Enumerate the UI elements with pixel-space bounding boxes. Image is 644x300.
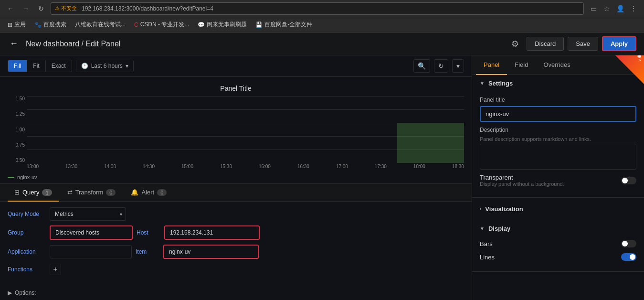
back-nav-btn[interactable]: ← — [5, 3, 16, 14]
bottom-tabs: ⊞ Query 1 ⇄ Transform 0 🔔 Alert 0 — [0, 183, 472, 300]
settings-section-header[interactable]: ▼ Settings — [472, 75, 644, 92]
x-label-1600: 16:00 — [259, 164, 271, 169]
nav-actions: ⚙ Discard Save Apply — [507, 36, 636, 51]
url-bar[interactable]: ⚠ 不安全 | 192.168.234.132:3000/dashboard/n… — [51, 2, 584, 15]
chart-legend: nginx-uv — [8, 174, 464, 180]
group-input[interactable] — [50, 225, 133, 240]
profile-icon[interactable]: 👤 — [614, 3, 626, 14]
refresh-chart-button[interactable]: ↻ — [434, 59, 448, 73]
y-label-125: 1.25 — [16, 111, 25, 117]
csdn-icon: C — [134, 21, 138, 28]
bookmark-xian[interactable]: 💬 闲来无事刷刷题 — [194, 19, 251, 30]
application-item-row: Application Item — [8, 245, 464, 259]
functions-label: Functions — [8, 266, 46, 273]
group-label: Group — [8, 229, 46, 236]
display-section-content: Bars Lines — [472, 237, 644, 269]
tab-alert[interactable]: 🔔 Alert 0 — [124, 184, 173, 202]
netdisk-icon: 💾 — [255, 21, 263, 28]
legend-color-nginx — [8, 177, 14, 178]
description-textarea[interactable] — [480, 144, 636, 170]
chart-area: Panel Title 1.50 1.25 1.00 0.75 0.50 — [0, 77, 472, 183]
bookmark-csdn[interactable]: C CSDN - 专业开发... — [130, 19, 193, 30]
forward-nav-btn[interactable]: → — [20, 3, 32, 14]
application-input[interactable] — [50, 245, 132, 258]
cast-icon[interactable]: ▭ — [588, 3, 599, 14]
legend-label-nginx: nginx-uv — [17, 174, 37, 180]
bookmark-bawei[interactable]: 八维教育在线考试... — [71, 19, 129, 30]
bookmark-apps[interactable]: ⊞ 应用 — [4, 19, 30, 30]
x-label-1330: 13:30 — [65, 164, 77, 169]
bookmark-baidunetdisk[interactable]: 💾 百度网盘-全部文件 — [252, 19, 316, 30]
fill-button[interactable]: Fill — [8, 60, 27, 72]
chevron-down-icon: ▾ — [126, 63, 128, 69]
save-button[interactable]: Save — [568, 37, 598, 51]
transparent-toggle[interactable] — [621, 177, 636, 184]
query-editor: Query Mode Metrics Group Host Ap — [0, 202, 472, 286]
url-text: 192.168.234.132:3000/dashboard/new?editP… — [82, 5, 213, 12]
settings-section-content: Panel title Description Panel descriptio… — [472, 96, 644, 195]
display-chevron-icon: ▼ — [480, 226, 485, 231]
visualization-section-header[interactable]: › Visualization — [480, 203, 636, 215]
chart-x-axis: 13:00 13:30 14:00 14:30 15:00 15:30 16:0… — [27, 164, 464, 172]
display-section: ▼ Display Bars Lines — [472, 220, 644, 272]
x-label-1530: 15:30 — [220, 164, 232, 169]
security-warning: ⚠ 不安全 | — [55, 5, 80, 12]
x-label-1700: 17:00 — [336, 164, 348, 169]
editor-panel: Fill Fit Exact 🕐 Last 6 hours ▾ 🔍 ↻ ▾ Pa… — [0, 55, 472, 300]
application-label: Application — [8, 248, 46, 255]
panel-title-input[interactable] — [480, 106, 636, 122]
main-layout: Fill Fit Exact 🕐 Last 6 hours ▾ 🔍 ↻ ▾ Pa… — [0, 55, 644, 300]
transform-badge: 0 — [106, 189, 116, 196]
add-function-button[interactable]: + — [50, 264, 61, 275]
time-range-picker[interactable]: 🕐 Last 6 hours ▾ — [76, 60, 134, 72]
top-nav: ← New dashboard / Edit Panel ⚙ Discard S… — [0, 32, 644, 55]
zoom-out-button[interactable]: 🔍 — [413, 59, 430, 73]
transparent-toggle-row: Transparent Display panel without a back… — [480, 171, 636, 190]
apps-icon: ⊞ — [8, 21, 12, 28]
bookmarks-bar: ⊞ 应用 🐾 百度搜索 八维教育在线考试... C CSDN - 专业开发...… — [0, 17, 644, 32]
back-button[interactable]: ← — [8, 37, 20, 51]
lines-toggle[interactable] — [621, 253, 636, 261]
alert-badge: 0 — [157, 189, 167, 196]
browser-chrome: ← → ↻ ⚠ 不安全 | 192.168.234.132:3000/dashb… — [0, 0, 644, 17]
exact-button[interactable]: Exact — [46, 60, 72, 72]
item-label: Item — [136, 248, 159, 255]
options-chevron-icon: ▶ — [8, 289, 12, 296]
x-label-1630: 16:30 — [297, 164, 309, 169]
chart-data-area — [397, 123, 464, 163]
fit-button[interactable]: Fit — [27, 60, 45, 72]
host-input[interactable] — [164, 225, 260, 240]
x-label-1500: 15:00 — [181, 164, 193, 169]
viz-toolbar: Fill Fit Exact 🕐 Last 6 hours ▾ 🔍 ↻ ▾ — [0, 55, 472, 77]
query-mode-select-wrapper: Metrics — [50, 207, 126, 221]
bookmark-icon[interactable]: ☆ — [601, 3, 612, 14]
display-section-header[interactable]: ▼ Display — [472, 220, 644, 237]
options-row[interactable]: ▶ Options: — [0, 286, 472, 300]
right-tab-field[interactable]: Field — [507, 55, 536, 75]
transparent-label-group: Transparent Display panel without a back… — [480, 174, 564, 187]
settings-chevron-icon: ▼ — [480, 81, 485, 86]
more-options-button[interactable]: ▾ — [452, 59, 464, 73]
chart-container: 1.50 1.25 1.00 0.75 0.50 — [8, 96, 464, 172]
tab-transform[interactable]: ⇄ Transform 0 — [61, 184, 123, 202]
query-mode-row: Query Mode Metrics — [8, 207, 464, 221]
refresh-btn[interactable]: ↻ — [35, 3, 47, 14]
settings-icon[interactable]: ⚙ — [507, 37, 523, 51]
right-tab-overrides[interactable]: Overrides — [536, 55, 578, 75]
bars-toggle[interactable] — [621, 240, 636, 247]
apply-button[interactable]: Apply — [602, 36, 636, 51]
item-input[interactable] — [163, 245, 259, 259]
alert-tab-icon: 🔔 — [131, 189, 138, 196]
group-host-row: Group Host — [8, 225, 464, 240]
right-tab-panel[interactable]: Panel — [476, 55, 507, 75]
baidu-icon: 🐾 — [34, 21, 42, 28]
query-mode-select[interactable]: Metrics — [50, 207, 126, 221]
bookmark-baidu[interactable]: 🐾 百度搜索 — [31, 19, 70, 30]
tab-query[interactable]: ⊞ Query 1 — [8, 184, 59, 202]
clock-icon: 🕐 — [81, 63, 88, 69]
menu-icon[interactable]: ⋮ — [628, 3, 639, 14]
y-label-075: 0.75 — [16, 142, 25, 148]
grid-line-1 — [27, 96, 464, 96]
discard-button[interactable]: Discard — [527, 37, 564, 51]
x-label-1430: 14:30 — [143, 164, 155, 169]
